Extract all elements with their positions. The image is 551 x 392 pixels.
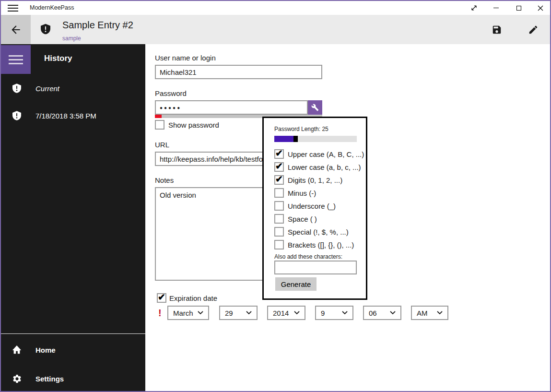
lower-case-checkbox[interactable]: ✔ — [274, 162, 284, 172]
generate-button[interactable]: Generate — [275, 277, 317, 291]
check-icon: ✔ — [275, 149, 283, 158]
notes-label: Notes — [155, 176, 174, 184]
password-input[interactable]: ●●●●● — [155, 100, 308, 115]
generator-option-label: Minus (-) — [288, 189, 316, 197]
house-icon — [12, 345, 22, 355]
show-password-checkbox[interactable] — [155, 120, 164, 130]
maximize-button[interactable] — [508, 1, 529, 15]
select-value: AM — [412, 309, 437, 317]
generator-option[interactable]: Brackets ([], {}, (), ...) — [274, 240, 354, 249]
group-link[interactable]: sample — [62, 35, 81, 42]
wrench-icon — [311, 104, 319, 111]
generator-option[interactable]: ✔ Upper case (A, B, C, ...) — [274, 149, 364, 159]
username-input[interactable]: Michael321 — [155, 65, 322, 79]
minus-checkbox[interactable] — [274, 188, 284, 198]
password-strength-fill — [155, 115, 162, 118]
generate-password-button[interactable] — [308, 100, 322, 115]
select-value: 29 — [220, 309, 246, 317]
close-button[interactable] — [529, 1, 551, 15]
digits-checkbox[interactable]: ✔ — [274, 175, 284, 185]
app-window: ModernKeePass Sample E — [0, 0, 551, 392]
space-checkbox[interactable] — [274, 214, 284, 224]
select-value: 9 — [316, 309, 342, 317]
minimize-button[interactable] — [485, 1, 507, 15]
generator-option[interactable]: Special (!, $, %, ...) — [274, 227, 349, 237]
url-label: URL — [155, 141, 169, 149]
select-value: 06 — [364, 309, 390, 317]
gear-icon — [12, 374, 22, 384]
sidebar-item-label: Settings — [35, 375, 64, 383]
month-select[interactable]: March — [167, 306, 209, 320]
show-password-label: Show password — [168, 121, 219, 129]
sidebar-item-home[interactable]: Home — [1, 340, 145, 359]
history-item-label: 7/18/2018 3:58 PM — [35, 112, 96, 120]
chevron-down-icon — [246, 311, 252, 315]
generator-option-label: Upper case (A, B, C, ...) — [288, 150, 364, 158]
save-icon — [492, 24, 502, 35]
check-icon: ✔ — [158, 293, 165, 302]
generator-option[interactable]: ✔ Lower case (a, b, c, ...) — [274, 162, 361, 172]
special-checkbox[interactable] — [274, 227, 284, 237]
sidebar-heading: History — [44, 54, 72, 63]
shield-exclamation-icon — [41, 24, 50, 35]
upper-case-checkbox[interactable]: ✔ — [274, 149, 284, 159]
password-label: Password — [155, 89, 187, 97]
day-select[interactable]: 29 — [219, 306, 258, 320]
ampm-select[interactable]: AM — [411, 306, 448, 320]
expired-alert-icon: ! — [158, 308, 162, 319]
generator-option-label: Special (!, $, %, ...) — [288, 228, 349, 236]
sidebar-item-settings[interactable]: Settings — [1, 369, 145, 388]
shield-exclamation-icon — [12, 111, 22, 120]
brackets-checkbox[interactable] — [274, 240, 284, 249]
username-label: User name or login — [155, 54, 216, 62]
entry-header: Sample Entry #2 sample — [1, 15, 550, 44]
expiration-row[interactable]: ✔ Expiration date — [157, 293, 217, 303]
expiration-label: Expiration date — [169, 294, 217, 302]
history-item-current[interactable]: Current — [1, 79, 145, 98]
generator-option[interactable]: Minus (-) — [274, 188, 316, 198]
chevron-down-icon — [390, 311, 396, 315]
minimize-icon — [493, 8, 499, 8]
underscore-checkbox[interactable] — [274, 201, 284, 211]
password-length-slider[interactable] — [274, 136, 357, 142]
expiration-checkbox[interactable]: ✔ — [157, 293, 166, 303]
chevron-down-icon — [342, 311, 348, 315]
generator-option[interactable]: Space ( ) — [274, 214, 317, 224]
edit-button[interactable] — [528, 24, 539, 36]
year-select[interactable]: 2014 — [267, 306, 305, 320]
history-item-date[interactable]: 7/18/2018 3:58 PM — [1, 106, 145, 125]
history-sidebar: History Current 7/18/2018 3:58 PM Home — [1, 44, 145, 391]
password-length-label: Password Length: 25 — [274, 126, 328, 132]
minute-select[interactable]: 06 — [363, 306, 401, 320]
slider-thumb[interactable] — [293, 136, 298, 142]
hour-select[interactable]: 9 — [315, 306, 353, 320]
select-value: 2014 — [268, 309, 294, 317]
shield-exclamation-icon — [12, 83, 22, 93]
password-generator-popup: Password Length: 25 ✔ Upper case (A, B, … — [262, 117, 367, 300]
also-add-label: Also add these characters: — [274, 253, 342, 260]
also-add-input[interactable] — [274, 261, 357, 274]
fullscreen-icon — [470, 4, 478, 12]
history-item-label: Current — [35, 84, 59, 93]
check-icon: ✔ — [275, 162, 283, 171]
sidebar-divider — [1, 333, 145, 334]
generator-option-label: Lower case (a, b, c, ...) — [288, 163, 361, 171]
maximize-icon — [516, 6, 521, 11]
sidebar-item-label: Home — [35, 346, 56, 354]
chevron-down-icon — [437, 311, 443, 315]
pencil-icon — [528, 24, 539, 35]
generator-option[interactable]: ✔ Digits (0, 1, 2, ...) — [274, 175, 342, 185]
close-icon — [538, 5, 543, 11]
menu-icon — [9, 55, 23, 57]
save-button[interactable] — [491, 24, 503, 36]
fullscreen-button[interactable] — [463, 1, 485, 15]
generator-option[interactable]: Underscore (_) — [274, 201, 336, 211]
menu-icon[interactable] — [8, 5, 18, 12]
back-arrow-icon — [10, 24, 22, 36]
show-password-row[interactable]: Show password — [155, 120, 219, 130]
app-title: ModernKeePass — [30, 4, 74, 11]
generator-option-label: Underscore (_) — [288, 202, 336, 210]
back-button[interactable] — [1, 15, 31, 44]
nav-menu-button[interactable] — [1, 45, 31, 74]
chevron-down-icon — [294, 311, 300, 315]
